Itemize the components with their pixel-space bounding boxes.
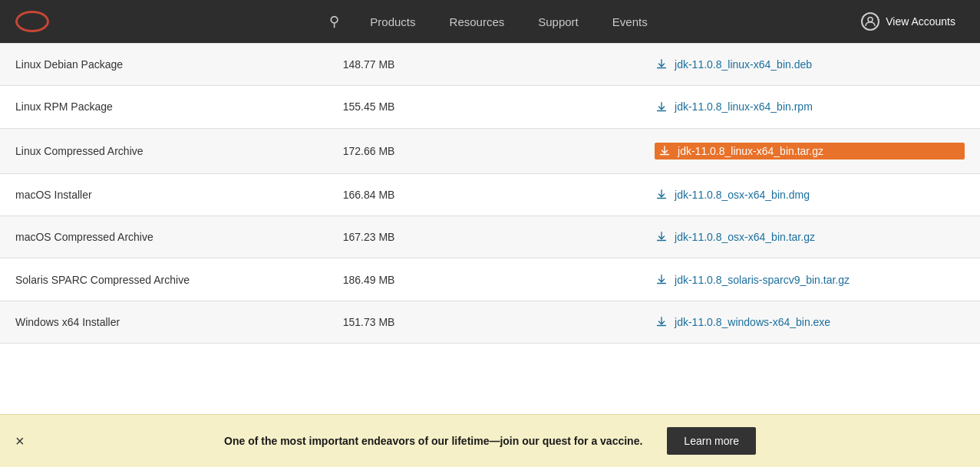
table-row: Linux Compressed Archive172.66 MB jdk-11… [0, 128, 980, 173]
oracle-logo-oval [15, 11, 49, 32]
download-link[interactable]: jdk-11.0.8_linux-x64_bin.rpm [655, 100, 965, 113]
product-name: Linux Debian Package [0, 44, 328, 86]
download-link[interactable]: jdk-11.0.8_linux-x64_bin.deb [655, 58, 965, 71]
download-link[interactable]: jdk-11.0.8_solaris-sparcv9_bin.tar.gz [655, 272, 965, 286]
product-name: macOS Compressed Archive [0, 216, 328, 258]
file-size: 151.73 MB [328, 301, 639, 343]
download-cell: jdk-11.0.8_solaris-sparcv9_bin.tar.gz [639, 258, 980, 301]
download-icon [655, 58, 668, 71]
download-filename: jdk-11.0.8_linux-x64_bin.deb [675, 58, 812, 71]
oracle-logo[interactable] [15, 11, 49, 32]
download-filename: jdk-11.0.8_windows-x64_bin.exe [675, 316, 830, 328]
svg-point-0 [868, 18, 873, 22]
download-filename: jdk-11.0.8_osx-x64_bin.dmg [675, 189, 810, 201]
navbar-right: View Accounts [852, 6, 965, 37]
table-row: Linux RPM Package155.45 MB jdk-11.0.8_li… [0, 86, 980, 128]
download-cell: jdk-11.0.8_linux-x64_bin.tar.gz [639, 128, 980, 173]
file-size: 166.84 MB [328, 173, 639, 215]
download-filename: jdk-11.0.8_solaris-sparcv9_bin.tar.gz [675, 274, 850, 286]
download-icon [655, 230, 668, 244]
table-row: Solaris SPARC Compressed Archive186.49 M… [0, 258, 980, 301]
download-filename: jdk-11.0.8_osx-x64_bin.tar.gz [675, 231, 815, 243]
view-accounts-label: View Accounts [886, 15, 955, 28]
product-name: Linux RPM Package [0, 86, 328, 128]
download-cell: jdk-11.0.8_linux-x64_bin.rpm [639, 86, 980, 128]
table-row: Linux Debian Package148.77 MB jdk-11.0.8… [0, 44, 980, 86]
product-name: Solaris SPARC Compressed Archive [0, 258, 328, 301]
product-name: Windows x64 Installer [0, 301, 328, 343]
nav-center: ⚲ Products Resources Support Events [315, 0, 664, 43]
download-cell: jdk-11.0.8_linux-x64_bin.deb [639, 44, 980, 86]
download-icon [655, 315, 668, 329]
file-size: 155.45 MB [328, 86, 639, 128]
download-cell: jdk-11.0.8_osx-x64_bin.dmg [639, 173, 980, 215]
download-icon [655, 188, 668, 202]
table-row: macOS Installer166.84 MB jdk-11.0.8_osx-… [0, 173, 980, 215]
download-cell: jdk-11.0.8_osx-x64_bin.tar.gz [639, 216, 980, 258]
file-size: 148.77 MB [328, 44, 639, 86]
nav-item-events[interactable]: Events [596, 0, 665, 43]
download-link[interactable]: jdk-11.0.8_osx-x64_bin.dmg [655, 188, 965, 202]
nav-item-support[interactable]: Support [521, 0, 596, 43]
download-icon [655, 100, 668, 113]
product-name: Linux Compressed Archive [0, 128, 328, 173]
nav-item-products[interactable]: Products [353, 0, 432, 43]
download-icon [658, 144, 671, 158]
table-row: Windows x64 Installer151.73 MB jdk-11.0.… [0, 301, 980, 343]
nav-item-resources[interactable]: Resources [433, 0, 522, 43]
view-accounts-button[interactable]: View Accounts [852, 6, 965, 37]
download-filename: jdk-11.0.8_linux-x64_bin.rpm [675, 100, 813, 113]
download-icon [655, 272, 668, 286]
download-link[interactable]: jdk-11.0.8_linux-x64_bin.tar.gz [655, 143, 965, 160]
download-table: Linux Debian Package148.77 MB jdk-11.0.8… [0, 43, 980, 344]
file-size: 172.66 MB [328, 128, 639, 173]
account-icon [861, 12, 879, 31]
navbar: ⚲ Products Resources Support Events View… [0, 0, 980, 43]
table-row: macOS Compressed Archive167.23 MB jdk-11… [0, 216, 980, 258]
product-name: macOS Installer [0, 173, 328, 215]
download-link[interactable]: jdk-11.0.8_osx-x64_bin.tar.gz [655, 230, 965, 244]
search-icon[interactable]: ⚲ [315, 13, 353, 30]
file-size: 186.49 MB [328, 258, 639, 301]
download-link[interactable]: jdk-11.0.8_windows-x64_bin.exe [655, 315, 965, 329]
file-size: 167.23 MB [328, 216, 639, 258]
download-cell: jdk-11.0.8_windows-x64_bin.exe [639, 301, 980, 343]
download-filename: jdk-11.0.8_linux-x64_bin.tar.gz [678, 145, 823, 157]
